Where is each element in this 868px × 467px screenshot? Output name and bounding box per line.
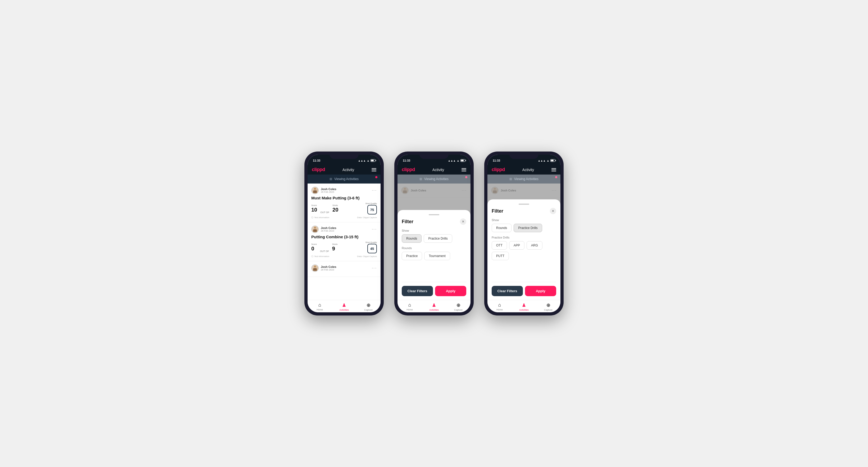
filter-handle-2	[429, 214, 439, 215]
hamburger-menu-1[interactable]	[372, 168, 376, 172]
clear-filters-btn-2[interactable]: Clear Filters	[402, 286, 433, 296]
filter-overlay-2: Filter ✕ Show Rounds Practice Drills Rou…	[398, 184, 470, 300]
nav-capture-2[interactable]: ⊕ Capture	[446, 302, 470, 311]
hamburger-menu-2[interactable]	[462, 168, 466, 172]
nav-capture-3[interactable]: ⊕ Capture	[536, 302, 560, 311]
practice-drills-filter-btn-3[interactable]: Practice Drills	[514, 224, 542, 232]
activity-title-2: Putting Combine (3-15 ft)	[311, 235, 377, 239]
notification-dot-2	[465, 176, 467, 178]
time-1: 11:33	[313, 159, 320, 162]
nav-home-3[interactable]: ⌂ Home	[488, 302, 512, 311]
shots-value-1: 20	[333, 207, 338, 213]
logo-3: clippd	[492, 167, 505, 173]
filter-icon-3: ⊞	[509, 177, 512, 181]
score-value-1: 10	[311, 207, 317, 213]
home-icon-3: ⌂	[498, 302, 501, 308]
filter-close-2[interactable]: ✕	[460, 218, 466, 225]
home-icon-1: ⌂	[318, 302, 321, 308]
viewing-bar-3[interactable]: ⊞ Viewing Activities	[488, 175, 560, 184]
filter-overlay-3: Filter ✕ Show Rounds Practice Drills Pra…	[488, 184, 560, 300]
score-label-2: Score	[311, 243, 317, 245]
header-title-1: Activity	[342, 168, 354, 172]
filter-icon-2: ⊞	[420, 177, 422, 181]
capture-icon-3: ⊕	[547, 302, 550, 308]
practice-drills-filter-buttons-3: OTT APP ARG PUTT	[492, 241, 556, 260]
signal-icon-2: ▲▲▲	[448, 159, 456, 162]
header-title-2: Activity	[432, 168, 444, 172]
app-btn-3[interactable]: APP	[509, 241, 524, 250]
show-filter-buttons-3: Rounds Practice Drills	[492, 224, 556, 232]
nav-activities-3[interactable]: ♟ Activities	[512, 302, 536, 311]
nav-home-1[interactable]: ⌂ Home	[308, 302, 332, 311]
show-filter-buttons-2: Rounds Practice Drills	[402, 234, 466, 243]
putt-btn-3[interactable]: PUTT	[492, 252, 509, 260]
viewing-bar-text-2: Viewing Activities	[424, 177, 448, 181]
user-date-3: 28 Feb 2023	[321, 269, 336, 271]
signal-icon-3: ▲▲▲	[538, 159, 546, 162]
filter-close-3[interactable]: ✕	[550, 208, 556, 214]
viewing-bar-text-3: Viewing Activities	[514, 177, 538, 181]
battery-icon-3	[550, 159, 555, 162]
viewing-bar-1[interactable]: ⊞ Viewing Activities	[308, 175, 380, 184]
activity-list-1: Josh Coles 28 Feb 2023 ··· Must Make Put…	[308, 184, 380, 300]
practice-drills-filter-btn-2[interactable]: Practice Drills	[424, 234, 452, 243]
filter-title-3: Filter	[492, 208, 503, 214]
tournament-round-btn-2[interactable]: Tournament	[424, 252, 450, 260]
avatar-1	[311, 187, 319, 194]
rounds-filter-btn-2[interactable]: Rounds	[402, 234, 422, 243]
activity-card-2: Josh Coles 28 Feb 2023 ··· Putting Combi…	[308, 222, 380, 261]
filter-icon-1: ⊞	[330, 177, 332, 181]
apply-btn-3[interactable]: Apply	[525, 286, 556, 296]
viewing-bar-2[interactable]: ⊞ Viewing Activities	[398, 175, 470, 184]
out-of-2: OUT OF	[320, 250, 329, 253]
avatar-3	[311, 264, 319, 272]
more-btn-1[interactable]: ···	[372, 188, 377, 193]
viewing-bar-text-1: Viewing Activities	[334, 177, 359, 181]
activities-icon-2: ♟	[432, 302, 436, 308]
rounds-filter-buttons-2: Practice Tournament	[402, 252, 466, 260]
clear-filters-btn-3[interactable]: Clear Filters	[492, 286, 523, 296]
arg-btn-3[interactable]: ARG	[527, 241, 542, 250]
filter-title-2: Filter	[402, 219, 413, 224]
filter-handle-3	[519, 204, 529, 205]
apply-btn-2[interactable]: Apply	[435, 286, 466, 296]
activity-list-2: Josh Coles ··· Filter ✕ Show Rounds	[398, 184, 470, 300]
filter-sheet-3: Filter ✕ Show Rounds Practice Drills Pra…	[488, 199, 560, 300]
shot-quality-badge-1: 75	[367, 205, 377, 214]
logo-1: clippd	[312, 167, 325, 173]
wifi-icon-3: ▲	[547, 159, 549, 162]
time-3: 11:33	[493, 159, 500, 162]
ott-btn-3[interactable]: OTT	[492, 241, 507, 250]
rounds-section-label-2: Rounds	[402, 246, 466, 250]
phone-1: 11:33 ▲▲▲ ▲ clippd Activity ⊞ Viewing Ac…	[304, 152, 384, 315]
bottom-nav-3: ⌂ Home ♟ Activities ⊕ Capture	[488, 300, 560, 312]
logo-2: clippd	[402, 167, 415, 173]
info-text-2: ⓘ Test Information	[311, 255, 329, 258]
more-btn-2[interactable]: ···	[372, 227, 377, 232]
time-2: 11:33	[403, 159, 410, 162]
rounds-filter-btn-3[interactable]: Rounds	[492, 224, 512, 232]
nav-capture-1[interactable]: ⊕ Capture	[356, 302, 380, 311]
nav-activities-1[interactable]: ♟ Activities	[332, 302, 356, 311]
practice-round-btn-2[interactable]: Practice	[402, 252, 422, 260]
practice-drills-section-label-3: Practice Drills	[492, 236, 556, 239]
signal-icon-1: ▲▲▲	[358, 159, 366, 162]
shots-label-1: Shots	[333, 204, 338, 207]
shots-value-2: 9	[332, 246, 335, 251]
data-text-1: Data: Clippd Capture	[357, 216, 377, 219]
filter-actions-2: Clear Filters Apply	[402, 282, 466, 300]
battery-icon-2	[460, 159, 465, 162]
filter-sheet-2: Filter ✕ Show Rounds Practice Drills Rou…	[398, 210, 470, 300]
nav-activities-2[interactable]: ♟ Activities	[422, 302, 446, 311]
info-text-1: ⓘ Test Information	[311, 216, 329, 219]
user-name-3: Josh Coles	[321, 265, 336, 269]
avatar-2	[311, 225, 319, 233]
app-header-3: clippd Activity	[488, 165, 560, 175]
sq-label-1: Shot Quality	[365, 202, 377, 205]
hamburger-menu-3[interactable]	[551, 168, 556, 172]
nav-home-2[interactable]: ⌂ Home	[398, 302, 422, 311]
score-value-2: 0	[311, 246, 314, 251]
filter-actions-3: Clear Filters Apply	[492, 282, 556, 300]
more-btn-3[interactable]: ···	[372, 266, 377, 271]
user-date-1: 28 Feb 2023	[321, 191, 336, 193]
